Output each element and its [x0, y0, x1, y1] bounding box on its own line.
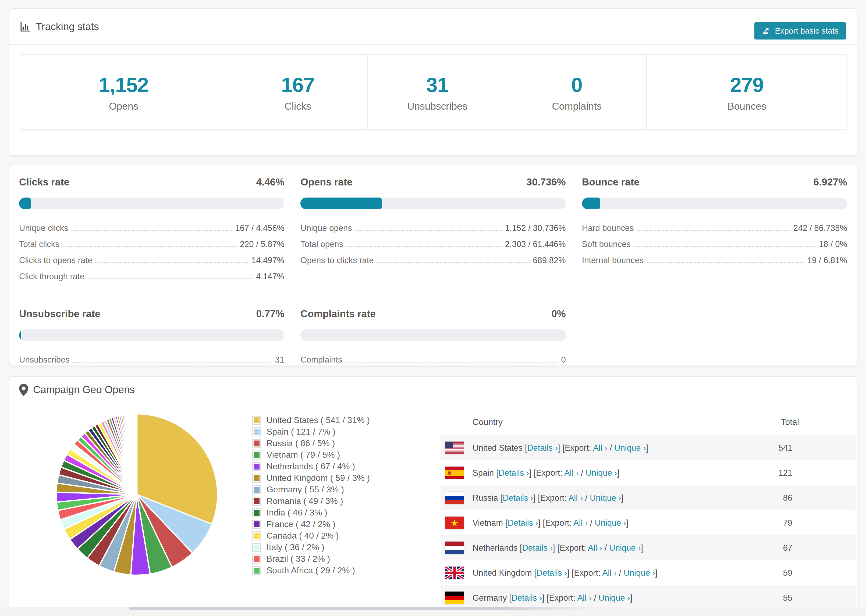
export-unique-link[interactable]: Unique ›: [614, 443, 646, 453]
stat-value: 1,152: [99, 73, 148, 96]
legend-label: Brazil ( 33 / 2% ): [266, 554, 330, 564]
legend-swatch: [252, 543, 261, 552]
legend-swatch: [252, 566, 261, 575]
legend-item: France ( 42 / 2% ): [252, 519, 370, 530]
geo-table-row-germany: Germany [Details ›] [Export: All › / Uni…: [441, 585, 855, 608]
legend-label: South Africa ( 29 / 2% ): [266, 566, 355, 575]
export-all-link[interactable]: All ›: [588, 543, 602, 553]
rate-block-complaints-rate: Complaints rate 0% Complaints 0: [301, 308, 565, 371]
geo-table-row-united-kingdom: United Kingdom [Details ›] [Export: All …: [441, 560, 855, 585]
column-header-total: Total: [781, 417, 799, 427]
export-all-link[interactable]: All ›: [577, 593, 591, 603]
rate-detail-value: 220 / 5.87%: [240, 239, 284, 249]
legend-swatch: [252, 416, 261, 425]
stats-row: 1,152 Opens167 Clicks31 Unsubscribes0 Co…: [19, 54, 847, 130]
legend-swatch: [252, 520, 261, 529]
legend-item: Vietnam ( 79 / 5% ): [252, 449, 370, 460]
flag-de: [445, 592, 464, 604]
details-link[interactable]: Details ›: [499, 468, 529, 478]
export-unique-link[interactable]: Unique ›: [624, 568, 655, 578]
details-link[interactable]: Details ›: [503, 493, 533, 503]
rate-title: Complaints rate: [301, 308, 376, 319]
details-link[interactable]: Details ›: [537, 568, 567, 578]
rate-detail-value: 14.497%: [252, 256, 284, 265]
legend-label: Vietnam ( 79 / 5% ): [266, 450, 340, 460]
geo-table-header: Country Total: [441, 409, 855, 435]
rate-detail-label: Hard bounces: [582, 223, 634, 233]
details-link[interactable]: Details ›: [507, 518, 538, 528]
dotted-leader: [96, 262, 248, 263]
rate-detail-row: Soft bounces 18 / 0%: [582, 239, 847, 248]
rate-detail-label: Soft bounces: [582, 239, 631, 249]
rate-progress-track: [301, 198, 565, 209]
export-all-link[interactable]: All ›: [593, 443, 607, 453]
rate-percent: 4.46%: [256, 177, 284, 188]
geo-title: Campaign Geo Opens: [33, 384, 135, 396]
horizontal-scrollbar[interactable]: [129, 607, 594, 610]
country-cell: United States [Details ›] [Export: All ›…: [472, 443, 648, 453]
rate-detail-row: Unsubscribes 31: [19, 355, 284, 364]
export-unique-link[interactable]: Unique ›: [586, 468, 617, 478]
export-all-link[interactable]: All ›: [573, 518, 587, 528]
export-unique-link[interactable]: Unique ›: [599, 593, 630, 603]
rate-percent: 0.77%: [256, 308, 284, 319]
rate-detail-value: 4.147%: [256, 272, 284, 281]
geo-table-row-russia: Russia [Details ›] [Export: All › / Uniq…: [441, 486, 855, 511]
rate-title: Clicks rate: [19, 177, 69, 188]
rate-detail-label: Internal bounces: [582, 256, 644, 265]
country-cell: Netherlands [Details ›] [Export: All › /…: [472, 543, 643, 553]
rate-detail-value: 0: [561, 355, 565, 365]
rate-detail-row: Complaints 0: [301, 355, 565, 364]
export-unique-link[interactable]: Unique ›: [590, 493, 621, 503]
export-all-link[interactable]: All ›: [602, 568, 616, 578]
rate-detail-label: Click through rate: [19, 272, 85, 281]
stat-clicks: 167 Clicks: [228, 55, 367, 129]
details-link[interactable]: Details ›: [527, 443, 558, 453]
geo-opens-table: Country Total United States [Details ›] …: [441, 409, 855, 608]
rates-grid: Clicks rate 4.46% Unique clicks 167 / 4.…: [9, 165, 857, 371]
campaign-geo-opens-card: Campaign Geo Opens United States ( 541 /…: [9, 376, 857, 608]
rate-detail-label: Unsubscribes: [19, 355, 70, 365]
bar-chart-icon: [19, 21, 31, 33]
flag-us: [445, 442, 464, 454]
country-cell: Russia [Details ›] [Export: All › / Uniq…: [472, 493, 624, 503]
dotted-leader: [647, 262, 804, 263]
legend-label: Russia ( 86 / 5% ): [266, 438, 335, 448]
rate-block-bounce-rate: Bounce rate 6.927% Hard bounces 242 / 86…: [582, 177, 847, 288]
stat-complaints: 0 Complaints: [507, 55, 646, 129]
rate-title: Bounce rate: [582, 177, 639, 188]
export-all-link[interactable]: All ›: [564, 468, 578, 478]
location-pin-icon: [19, 384, 28, 396]
export-basic-stats-button[interactable]: Export basic stats: [754, 22, 846, 39]
rate-detail-value: 18 / 0%: [819, 239, 847, 249]
dotted-leader: [637, 230, 790, 231]
export-unique-link[interactable]: Unique ›: [609, 543, 641, 553]
legend-label: Italy ( 36 / 2% ): [266, 542, 324, 552]
export-all-link[interactable]: All ›: [568, 493, 583, 503]
legend-swatch: [252, 451, 261, 460]
total-cell: 59: [783, 568, 792, 578]
stat-label: Clicks: [285, 101, 311, 112]
rate-title: Opens rate: [301, 177, 352, 188]
legend-item: Germany ( 55 / 3% ): [252, 484, 370, 495]
country-cell: Spain [Details ›] [Export: All › / Uniqu…: [472, 468, 619, 478]
dotted-leader: [72, 230, 232, 231]
details-link[interactable]: Details ›: [522, 543, 553, 553]
rate-progress-track: [301, 329, 565, 341]
rate-detail-value: 242 / 86.738%: [794, 223, 847, 233]
stat-value: 31: [426, 73, 449, 96]
geo-table-body: United States [Details ›] [Export: All ›…: [441, 435, 855, 608]
rate-block-unsubscribe-rate: Unsubscribe rate 0.77% Unsubscribes 31: [19, 308, 284, 371]
rate-detail-row: Total opens 2,303 / 61.446%: [301, 239, 565, 248]
legend-item: Russia ( 86 / 5% ): [252, 438, 370, 449]
rate-detail-value: 2,303 / 61.446%: [505, 239, 566, 249]
rate-block-opens-rate: Opens rate 30.736% Unique opens 1,152 / …: [301, 177, 565, 288]
legend-swatch: [252, 473, 261, 483]
dotted-leader: [355, 230, 502, 231]
dotted-leader: [63, 246, 237, 247]
details-link[interactable]: Details ›: [512, 593, 542, 603]
dotted-leader: [634, 246, 816, 247]
rate-percent: 6.927%: [813, 177, 847, 188]
rate-detail-value: 19 / 6.81%: [808, 256, 847, 265]
export-unique-link[interactable]: Unique ›: [595, 518, 626, 528]
